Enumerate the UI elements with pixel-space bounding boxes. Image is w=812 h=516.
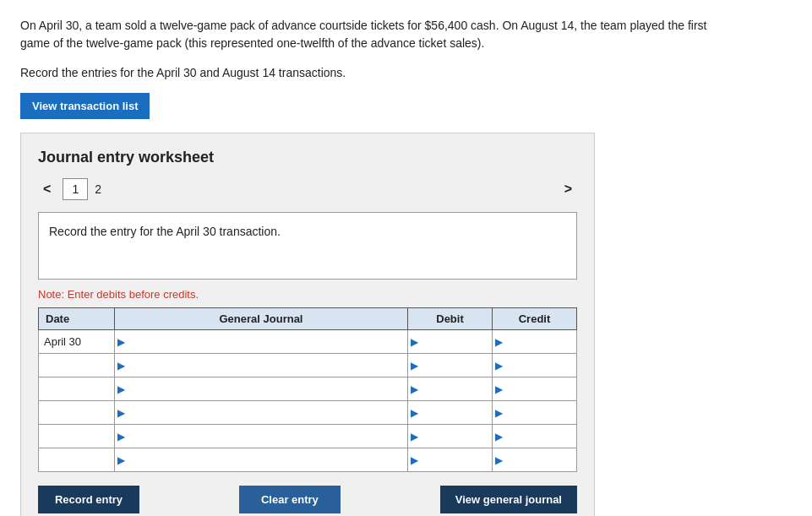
intro-line1: On April 30, a team sold a twelve-game p… <box>20 19 706 32</box>
table-row-gj-0[interactable]: ▶ <box>115 330 408 354</box>
table-row-gj-2[interactable]: ▶ <box>115 377 408 401</box>
table-row-date-2 <box>39 377 115 401</box>
table-row-credit-4[interactable]: ▶ <box>493 425 577 448</box>
credit-arrow-icon-0: ▶ <box>493 336 505 348</box>
gj-input-5[interactable] <box>128 448 407 471</box>
table-row-date-4 <box>39 425 115 448</box>
record-instruction: Record the entries for the April 30 and … <box>20 66 792 79</box>
table-row-debit-2[interactable]: ▶ <box>408 377 493 401</box>
credit-arrow-icon-5: ▶ <box>493 454 505 466</box>
worksheet-container: Journal entry worksheet < 1 2 > Record t… <box>20 133 595 516</box>
gj-arrow-icon-1: ▶ <box>115 360 128 372</box>
gj-arrow-icon-4: ▶ <box>115 431 128 443</box>
table-row-credit-3[interactable]: ▶ <box>493 401 577 425</box>
record-entry-button[interactable]: Record entry <box>38 486 139 513</box>
col-header-debit: Debit <box>408 308 493 330</box>
credit-input-3[interactable] <box>505 401 576 424</box>
note-text: Note: Enter debits before credits. <box>38 288 577 301</box>
credit-input-4[interactable] <box>505 425 576 448</box>
table-row-debit-4[interactable]: ▶ <box>408 425 493 448</box>
table-row-debit-5[interactable]: ▶ <box>408 448 493 472</box>
credit-input-2[interactable] <box>505 377 576 400</box>
debit-input-1[interactable] <box>421 354 492 377</box>
entry-prompt: Record the entry for the April 30 transa… <box>49 225 281 238</box>
debit-input-3[interactable] <box>421 401 492 424</box>
tab-1[interactable]: 1 <box>63 178 88 200</box>
credit-arrow-icon-2: ▶ <box>493 383 505 395</box>
gj-arrow-icon-5: ▶ <box>115 454 128 466</box>
debit-arrow-icon-2: ▶ <box>408 383 421 395</box>
col-header-credit: Credit <box>493 308 577 330</box>
table-row-gj-3[interactable]: ▶ <box>115 401 408 425</box>
gj-arrow-icon-2: ▶ <box>115 383 128 395</box>
gj-arrow-icon-0: ▶ <box>115 336 128 348</box>
next-page-button[interactable]: > <box>559 180 577 198</box>
table-row-debit-0[interactable]: ▶ <box>408 330 493 354</box>
view-transaction-button[interactable]: View transaction list <box>20 93 150 119</box>
credit-input-5[interactable] <box>505 448 576 471</box>
table-row-credit-2[interactable]: ▶ <box>493 377 577 401</box>
table-row-credit-0[interactable]: ▶ <box>493 330 577 354</box>
intro-line2: game of the twelve-game pack (this repre… <box>20 36 484 50</box>
bottom-buttons: Record entry Clear entry View general jo… <box>38 486 577 513</box>
gj-input-1[interactable] <box>128 354 407 377</box>
debit-input-5[interactable] <box>421 448 492 471</box>
gj-input-4[interactable] <box>128 425 407 448</box>
debit-input-4[interactable] <box>421 425 492 448</box>
table-row-date-3 <box>39 401 115 425</box>
table-row-date-5 <box>39 448 115 472</box>
nav-row: < 1 2 > <box>38 178 577 200</box>
table-row-credit-1[interactable]: ▶ <box>493 354 577 377</box>
table-row-date-1 <box>39 354 115 377</box>
debit-arrow-icon-0: ▶ <box>408 336 421 348</box>
col-header-gj: General Journal <box>115 308 408 330</box>
debit-input-0[interactable] <box>421 330 492 353</box>
table-row-gj-4[interactable]: ▶ <box>115 425 408 448</box>
credit-arrow-icon-3: ▶ <box>493 407 505 419</box>
table-row-date-0: April 30 <box>39 330 115 354</box>
table-row-debit-3[interactable]: ▶ <box>408 401 493 425</box>
table-row-debit-1[interactable]: ▶ <box>408 354 493 377</box>
intro-paragraph: On April 30, a team sold a twelve-game p… <box>20 17 792 52</box>
view-general-journal-button[interactable]: View general journal <box>440 486 577 513</box>
table-row-gj-1[interactable]: ▶ <box>115 354 408 377</box>
tab-1-label: 1 <box>72 182 79 196</box>
debit-input-2[interactable] <box>421 377 492 400</box>
table-row-credit-5[interactable]: ▶ <box>493 448 577 472</box>
debit-arrow-icon-1: ▶ <box>408 360 421 372</box>
credit-arrow-icon-4: ▶ <box>493 431 505 443</box>
prev-page-button[interactable]: < <box>38 180 56 198</box>
worksheet-title: Journal entry worksheet <box>38 149 577 166</box>
tab-2-label: 2 <box>95 182 101 196</box>
debit-arrow-icon-4: ▶ <box>408 431 421 443</box>
table-row-gj-5[interactable]: ▶ <box>115 448 408 472</box>
gj-input-2[interactable] <box>128 377 407 400</box>
entry-instruction-box: Record the entry for the April 30 transa… <box>38 212 577 280</box>
gj-input-0[interactable] <box>128 330 407 353</box>
gj-input-3[interactable] <box>128 401 407 424</box>
journal-table: Date General Journal Debit Credit April … <box>38 307 577 472</box>
credit-input-0[interactable] <box>505 330 576 353</box>
credit-arrow-icon-1: ▶ <box>493 360 505 372</box>
debit-arrow-icon-3: ▶ <box>408 407 421 419</box>
credit-input-1[interactable] <box>505 354 576 377</box>
gj-arrow-icon-3: ▶ <box>115 407 128 419</box>
debit-arrow-icon-5: ▶ <box>408 454 421 466</box>
col-header-date: Date <box>39 308 115 330</box>
clear-entry-button[interactable]: Clear entry <box>239 486 341 513</box>
